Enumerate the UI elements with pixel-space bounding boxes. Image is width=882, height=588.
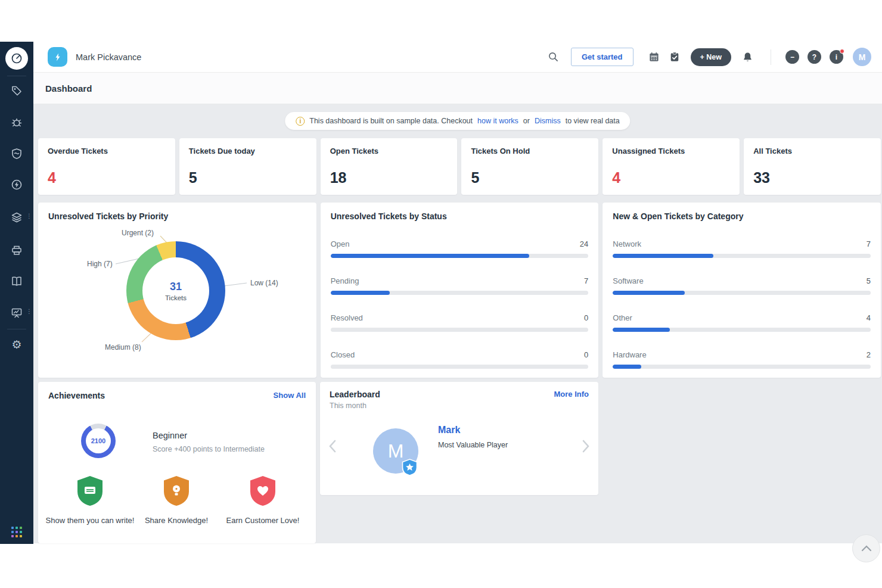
page-title: Dashboard (45, 83, 92, 94)
stat-card-overdue[interactable]: Overdue Tickets 4 (38, 138, 175, 195)
lightning-bolt-icon (53, 52, 63, 62)
bar-row-hardware[interactable]: Hardware2 (613, 350, 871, 369)
stat-card-on-hold[interactable]: Tickets On Hold 5 (461, 138, 598, 195)
donut-center: 31 Tickets (142, 257, 209, 324)
chart-title: New & Open Tickets by Category (613, 211, 871, 221)
scroll-top-button[interactable] (852, 534, 880, 562)
priority-donut[interactable]: 31 Tickets (126, 241, 225, 340)
priority-chart-card: Unresolved Tickets by Priority 31 Ticket… (38, 203, 316, 378)
gear-icon: ⚙ (11, 339, 21, 350)
dashboard-content: i This dashboard is built on sample data… (33, 104, 882, 543)
sample-data-banner: i This dashboard is built on sample data… (285, 112, 630, 130)
carousel-prev-icon[interactable] (328, 439, 337, 456)
mvp-badge-icon (402, 459, 418, 478)
top-header: Mark Pickavance Get started (33, 42, 882, 73)
bar-row-network[interactable]: Network7 (613, 239, 871, 258)
sidebar-item-purchase[interactable] (0, 237, 33, 263)
bar-row-software[interactable]: Software5 (613, 276, 871, 295)
stat-card-all[interactable]: All Tickets 33 (744, 138, 881, 195)
level-subtitle: Score +400 points to Intermediate (153, 445, 265, 453)
dashboard-icon (11, 52, 23, 64)
workspace-name: Mark Pickavance (76, 52, 141, 62)
assets-menu-dots[interactable]: ⋮ (26, 213, 32, 219)
user-avatar[interactable]: M (853, 48, 871, 66)
info-icon: i (296, 117, 305, 126)
note-shield-icon (76, 475, 104, 506)
leader-award: Most Valuable Player (438, 441, 508, 449)
page-bar: Dashboard (33, 73, 882, 104)
stat-card-unassigned[interactable]: Unassigned Tickets 4 (603, 138, 740, 195)
book-icon (11, 275, 23, 287)
leaderboard-title: Leaderboard (330, 390, 380, 399)
bar-row-open[interactable]: Open24 (331, 239, 589, 258)
bar-row-other[interactable]: Other4 (613, 313, 871, 332)
score-value: 2100 (86, 428, 111, 453)
presentation-icon (11, 307, 23, 319)
bar-row-resolved[interactable]: Resolved0 (331, 313, 589, 332)
whats-new-icon[interactable]: i (830, 50, 843, 64)
chart-title: Unresolved Tickets by Status (331, 211, 589, 221)
feedback-icon[interactable]: − (785, 50, 799, 64)
callout-low: Low (14) (250, 279, 278, 287)
badge-love[interactable]: Earn Customer Love! (212, 475, 313, 527)
notifications-bell-icon[interactable] (737, 47, 757, 67)
analytics-menu-dots[interactable]: ⋮ (26, 308, 32, 315)
carousel-next-icon[interactable] (582, 439, 590, 456)
workspace-logo[interactable] (48, 47, 67, 67)
leader-name: Mark (438, 425, 460, 435)
leaderboard-card: Leaderboard This month More Info M Mark … (320, 382, 598, 495)
lightning-circle-icon (11, 179, 23, 191)
achievements-card: Achievements Show All 2100 Beginner Scor… (38, 382, 316, 543)
charts-row: Unresolved Tickets by Priority 31 Ticket… (38, 203, 881, 374)
bug-icon (11, 116, 23, 128)
sidebar-item-changes[interactable] (0, 141, 33, 167)
sidebar-item-dashboard[interactable] (5, 47, 28, 70)
search-icon[interactable] (544, 47, 564, 67)
chart-title: Unresolved Tickets by Priority (48, 211, 306, 221)
stats-row: Overdue Tickets 4 Tickets Due today 5 Op… (38, 138, 881, 195)
printer-icon (11, 244, 23, 256)
bulb-shield-icon (163, 475, 190, 506)
callout-medium: Medium (8) (105, 343, 141, 351)
sidebar-item-problems[interactable] (0, 109, 33, 135)
sidebar: ⋮ ⋮ ⚙ (0, 42, 33, 544)
achievements-title: Achievements (48, 391, 105, 400)
dismiss-link[interactable]: Dismiss (535, 117, 561, 125)
app-switcher-icon[interactable] (11, 527, 22, 537)
stat-card-open[interactable]: Open Tickets 18 (321, 138, 458, 195)
sidebar-item-settings[interactable]: ⚙ (0, 331, 33, 357)
show-all-link[interactable]: Show All (274, 391, 306, 400)
tasks-icon[interactable] (664, 47, 685, 67)
banner-text: This dashboard is built on sample data. … (309, 117, 473, 125)
score-ring: 2100 (81, 424, 116, 458)
bar-row-pending[interactable]: Pending7 (331, 276, 589, 295)
category-chart-card: New & Open Tickets by Category Network7 … (603, 203, 881, 378)
help-icon[interactable]: ? (808, 50, 821, 64)
callout-high: High (7) (87, 260, 113, 268)
leaderboard-period: This month (330, 402, 367, 410)
heart-shield-icon (249, 475, 277, 506)
shield-icon (11, 148, 23, 160)
level-label: Beginner (153, 431, 187, 440)
calendar-icon[interactable] (644, 47, 664, 67)
new-button[interactable]: + New (691, 48, 731, 66)
chevron-up-icon (861, 545, 872, 552)
bar-row-closed[interactable]: Closed0 (331, 350, 589, 369)
sidebar-item-solutions[interactable] (0, 268, 33, 294)
header-divider (771, 49, 771, 65)
how-it-works-link[interactable]: how it works (477, 117, 518, 125)
get-started-button[interactable]: Get started (571, 48, 633, 66)
status-chart-card: Unresolved Tickets by Status Open24 Pend… (321, 203, 599, 378)
tickets-icon (11, 85, 23, 97)
layers-icon (11, 211, 23, 223)
sidebar-item-releases[interactable] (0, 172, 33, 198)
stat-card-due-today[interactable]: Tickets Due today 5 (179, 138, 316, 195)
sidebar-item-tickets[interactable] (0, 77, 33, 104)
callout-urgent: Urgent (2) (122, 229, 154, 237)
notification-dot (840, 49, 844, 54)
more-info-link[interactable]: More Info (554, 390, 589, 399)
